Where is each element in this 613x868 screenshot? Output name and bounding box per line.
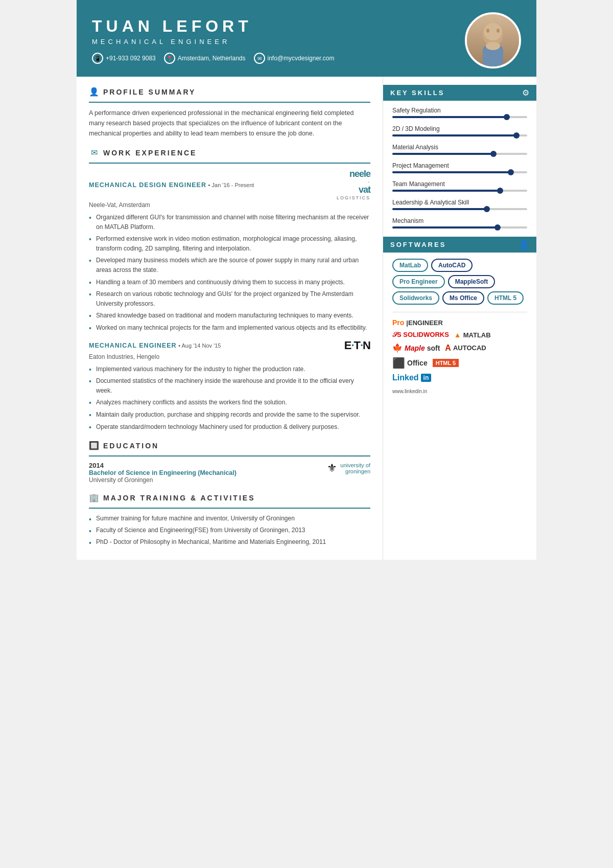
skill-item: Safety Regulation [392,107,527,118]
groningen-logo: ⚜ university ofgroningen [314,462,370,475]
profile-summary-heading: 👤 PROFILE SUMMARY [89,87,370,97]
matlab-logo: ▲ MATLAB [454,331,491,339]
skill-bar-track [392,171,527,173]
skill-bar-fill [392,153,493,155]
software-tag: Ms Office [442,291,484,305]
edu-school: University of Groningen [89,476,314,484]
skill-bar-dot [494,224,501,231]
neelevat-logo: neele-vat LOGISTICS [319,169,370,200]
job-2-title: MECHANICAL ENGINEER [89,342,177,349]
logo-row-5: Linked in [392,373,527,382]
skill-bar-track [392,134,527,136]
groningen-emblem: ⚜ [327,462,337,475]
autocad-logo: A AUTOCAD [445,344,486,353]
profile-title: PROFILE SUMMARY [103,88,196,96]
pro-engineer-logo: Pro |ENGINEER [392,318,443,327]
svg-point-3 [497,29,500,33]
skill-bar-dot [484,206,490,212]
skill-name: Project Management [392,162,527,169]
skill-name: Material Analysis [392,144,527,151]
svg-point-5 [486,42,500,50]
location-icon: 📍 [164,53,175,64]
svg-point-1 [484,23,502,40]
body-section: 👤 PROFILE SUMMARY A performance driven e… [77,77,536,560]
bullet-item: Analyzes machinery conflicts and assists… [89,398,370,407]
job-1-left: MECHANICAL DESIGN ENGINEER • Jan '16 - P… [89,181,319,189]
email-icon: ✉ [254,53,265,64]
bullet-item: Research on various robotic technology a… [89,289,370,308]
software-tag: Pro Engineer [392,275,445,288]
skills-icon: ⚙ [522,88,529,98]
job-2-bullets: Implemented various machinery for the in… [89,364,370,432]
education-divider [89,455,370,456]
bullet-item: Implemented various machinery for the in… [89,364,370,374]
job-1-title: MECHANICAL DESIGN ENGINEER [89,181,206,189]
skill-bar-fill [392,116,507,118]
bullet-item: Handling a team of 30 members and contin… [89,278,370,287]
work-title: WORK EXPERIENCE [103,149,197,157]
software-tag: MatLab [392,259,428,272]
header-section: TUAN LEFORT MECHANICAL ENGINEER 📱 +91-93… [77,0,536,77]
linkedin-logo: Linked in [392,373,431,382]
education-heading: 🔲 EDUCATION [89,441,370,450]
resume-container: TUAN LEFORT MECHANICAL ENGINEER 📱 +91-93… [77,0,536,560]
job-1-header: MECHANICAL DESIGN ENGINEER • Jan '16 - P… [89,169,370,200]
skill-item: Project Management [392,162,527,173]
job-1-logo: neele-vat LOGISTICS [319,169,370,200]
software-tags: MatLabAutoCADPro EngineerMappleSoftSolid… [392,259,527,305]
work-divider [89,163,370,164]
skill-bar-dot [490,151,497,157]
skill-name: Mechanism [392,217,527,224]
skill-bar-fill [392,190,500,192]
skill-bar-dot [497,188,503,194]
maplesoft-logo: 🍁 Maplesoft [392,343,440,353]
skill-bar-track [392,116,527,118]
software-tag: AutoCAD [431,259,473,272]
left-column: 👤 PROFILE SUMMARY A performance driven e… [77,77,383,560]
skills-list: Safety Regulation 2D / 3D Modeling Mater… [392,107,527,229]
education-row: 2014 Bachelor of Science in Engineering … [89,462,370,484]
profile-divider [89,102,370,103]
software-tag: Solidworks [392,291,439,305]
bullet-item: Developed many business models which are… [89,256,370,275]
skill-bar-track [392,153,527,155]
education-right: ⚜ university ofgroningen [314,462,370,475]
bullet-item: Worked on many technical projects for th… [89,323,370,333]
skill-name: Leadership & Analytical Skill [392,199,527,206]
softwares-icon: 👤 [519,240,529,249]
skill-item: Leadership & Analytical Skill [392,199,527,210]
skill-name: Safety Regulation [392,107,527,114]
training-list: Summer training for future machine and i… [89,514,370,547]
profile-photo [465,12,521,68]
bullet-item: Documented statistics of the machinery i… [89,376,370,395]
skill-bar-track [392,190,527,192]
skills-heading: KEY SKILLS ⚙ [383,85,536,101]
groningen-text: university ofgroningen [340,462,370,474]
skill-bar-fill [392,134,516,136]
skill-bar-dot [513,132,520,139]
svg-point-2 [486,29,489,33]
contact-row: 📱 +91-933 092 9083 📍 Amsterdam, Netherla… [92,53,465,64]
phone-icon: 📱 [92,53,103,64]
skill-name: Team Management [392,180,527,188]
edu-year: 2014 [89,462,314,469]
logo-row-2: 𝒮S SOLIDWORKS ▲ MATLAB [392,331,527,339]
email-contact: ✉ info@mycvdesigner.com [254,53,335,64]
skill-bar-fill [392,171,511,173]
email-text: info@mycvdesigner.com [268,55,335,62]
profile-text: A performance driven experienced profess… [89,108,370,139]
training-icon: 🏢 [89,493,99,502]
education-title: EDUCATION [103,442,159,450]
location-text: Amsterdam, Netherlands [178,55,246,62]
candidate-title: MECHANICAL ENGINEER [92,38,465,45]
softwares-heading: SOFTWARES 👤 [383,237,536,253]
logo-row-1: Pro |ENGINEER [392,318,527,327]
training-item: Summer training for future machine and i… [89,514,370,523]
skill-bar-dot [504,114,510,120]
bullet-item: Shared knowledge based on traditional an… [89,311,370,321]
photo-placeholder [467,14,519,66]
skill-item: 2D / 3D Modeling [392,125,527,136]
skill-bar-track [392,226,527,229]
right-divider [392,312,527,312]
header-text: TUAN LEFORT MECHANICAL ENGINEER 📱 +91-93… [92,17,465,64]
